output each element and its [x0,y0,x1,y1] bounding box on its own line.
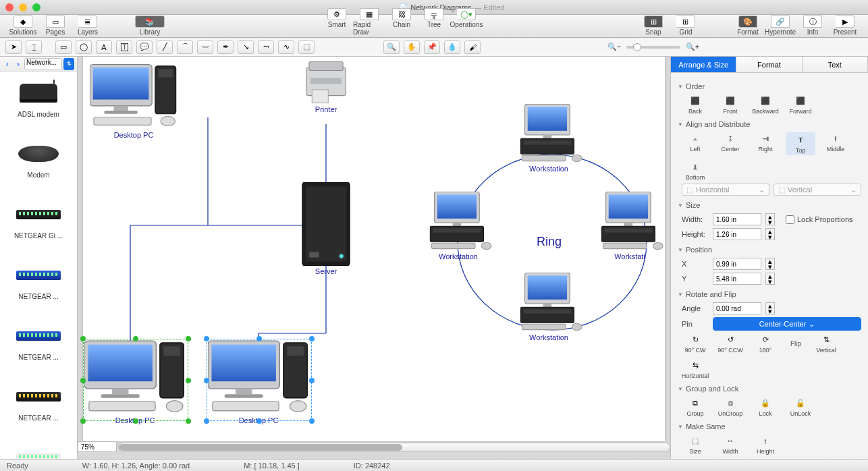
curve-tool[interactable]: 〰 [197,40,213,54]
zoom-in-icon[interactable]: 🔍+ [684,40,701,54]
selection-handle[interactable] [256,418,262,424]
list-item[interactable]: NETGEAR ... [0,256,77,317]
node-workstation[interactable]: Workstation [515,104,582,173]
text-select-tool[interactable]: ⌶ [26,40,42,54]
same-height-button[interactable]: ↕Height [751,435,780,455]
align-bottom-button[interactable]: ⫫Bottom [680,161,710,181]
node-desktop-pc-selected[interactable]: Desktop PC [208,340,309,424]
textbox-tool[interactable]: 🅃 [116,40,132,54]
height-stepper[interactable]: ▴▾ [765,228,775,240]
list-item[interactable]: NETGEAR ... [0,378,77,439]
solutions-button[interactable]: ◆Solutions [7,16,39,36]
present-button[interactable]: ▶Present [829,16,861,36]
align-right-button[interactable]: ⫣Right [751,132,780,155]
list-item[interactable]: Modem [0,135,77,196]
backward-button[interactable]: ⬛Backward [751,94,780,115]
library-button[interactable]: 📚Library [134,16,166,36]
zoom-tool[interactable]: 🔍 [383,40,400,54]
tab-format[interactable]: Format [736,57,802,72]
selection-handle[interactable] [186,378,191,383]
align-center-button[interactable]: ⫱Center [715,132,745,155]
align-top-button[interactable]: ⫪Top [786,132,815,155]
library-list[interactable]: ADSL modem Modem NETGEAR Gi ... NETGEAR … [0,72,77,459]
section-align[interactable]: Align and Distribute [678,120,861,128]
minimize-icon[interactable] [19,3,27,11]
ungroup-button[interactable]: ⧈UnGroup [715,397,745,417]
selection-handle[interactable] [309,378,315,383]
tab-arrange[interactable]: Arrange & Size [671,57,736,72]
node-desktop-pc[interactable]: Desktop PC [90,63,178,139]
front-button[interactable]: ⬛Front [715,94,745,115]
hypernote-button[interactable]: 🔗Hypernote [764,16,796,36]
snap-button[interactable]: ⊞Snap [637,16,670,36]
same-size-button[interactable]: ⬚Size [680,435,710,455]
selection-handle[interactable] [204,336,209,341]
smart-connector-tool[interactable]: ⤳ [258,40,274,54]
horizontal-scrollbar[interactable] [118,443,670,452]
list-item[interactable] [0,439,77,459]
selection-handle[interactable] [309,336,315,341]
grid-button[interactable]: ⊞Grid [670,16,702,36]
back-button[interactable]: ⬛Back [680,94,710,115]
flip-v-button[interactable]: ⇅Vertical [811,333,841,354]
section-position[interactable]: Position [678,246,861,254]
angle-stepper[interactable]: ▴▾ [765,302,775,314]
pin-select[interactable]: Center-Center⌄ [713,317,861,331]
selection-handle[interactable] [309,418,315,424]
operations-button[interactable]: ◯▾Operations [450,8,483,36]
selection-handle[interactable] [80,418,86,424]
width-stepper[interactable]: ▴▾ [765,213,775,225]
distribute-h-select[interactable]: ⬚Horizontal⌄ [682,184,769,196]
x-stepper[interactable]: ▴▾ [765,258,775,270]
close-icon[interactable] [5,3,13,11]
callout-tool[interactable]: 💬 [136,40,153,54]
canvas[interactable]: Desktop PC Printer Server Workstation Wo… [83,57,665,441]
selection-handle[interactable] [186,418,191,424]
pen-tool[interactable]: ✒ [217,40,234,54]
smart-button[interactable]: ⚙Smart [321,8,353,36]
lib-back-icon[interactable]: ‹ [3,59,12,69]
stamp-tool[interactable]: 📌 [424,40,440,54]
section-group[interactable]: Group and Lock [678,385,861,393]
section-rotate[interactable]: Rotate and Flip [678,290,861,298]
arc-tool[interactable]: ⌒ [177,40,193,54]
section-same[interactable]: Make Same [678,422,861,431]
zoom-out-icon[interactable]: 🔍− [606,40,622,54]
lib-fwd-icon[interactable]: › [13,59,23,69]
zoom-icon[interactable] [32,3,40,11]
pointer-tool[interactable]: ➤ [5,40,22,54]
same-width-button[interactable]: ↔Width [715,435,745,455]
format-button[interactable]: 🎨Format [732,16,764,36]
lock-proportions-checkbox[interactable] [786,215,794,224]
selection-handle[interactable] [256,336,262,341]
y-stepper[interactable]: ▴▾ [765,273,775,285]
node-printer[interactable]: Printer [299,61,353,113]
selection-handle[interactable] [133,336,138,341]
align-left-button[interactable]: ⫠Left [680,132,710,155]
rapid-button[interactable]: ▦Rapid Draw [353,8,385,36]
rotate-ccw-button[interactable]: ↺90° CCW [715,333,745,354]
rect-tool[interactable]: ▭ [55,40,72,54]
align-middle-button[interactable]: ⫲Middle [821,132,850,155]
list-item[interactable]: NETGEAR ... [0,317,77,378]
selection-handle[interactable] [204,378,209,383]
selection-handle[interactable] [80,336,86,341]
node-desktop-pc-selected[interactable]: Desktop PC [84,340,186,424]
lock-button[interactable]: 🔒Lock [751,397,780,417]
connector-tool[interactable]: ↘ [238,40,254,54]
width-field[interactable] [713,213,761,225]
rotate-cw-button[interactable]: ↻90° CW [680,333,710,354]
hand-tool[interactable]: ✋ [404,40,420,54]
zoom-slider[interactable] [626,46,680,49]
selection-handle[interactable] [133,418,138,424]
section-size[interactable]: Size [678,201,861,209]
y-field[interactable] [713,273,761,285]
section-order[interactable]: Order [678,82,861,90]
tab-text[interactable]: Text [803,57,868,72]
selection-handle[interactable] [204,418,209,424]
library-select[interactable]: Network... [24,58,62,70]
pages-button[interactable]: ▭Pages [39,16,72,36]
node-workstation[interactable]: Workstation [425,192,492,260]
info-button[interactable]: ⓘInfo [796,16,829,36]
angle-field[interactable] [713,302,761,314]
